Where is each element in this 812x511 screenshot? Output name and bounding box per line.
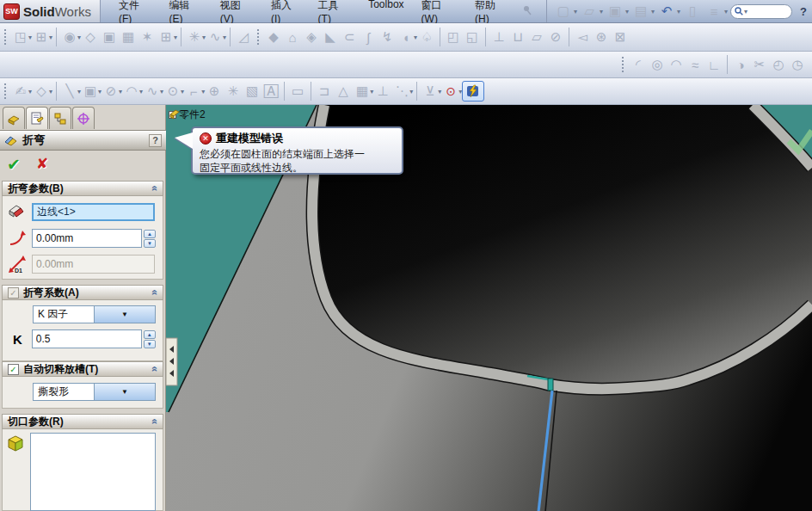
- jog-icon[interactable]: ∫: [359, 28, 378, 46]
- hem-icon[interactable]: ⊂: [340, 28, 359, 46]
- miter-flange-icon[interactable]: ◈: [302, 28, 321, 46]
- collapse-chevron-icon[interactable]: »: [149, 366, 161, 372]
- tab-configuration-manager[interactable]: [49, 107, 71, 129]
- fillet-icon[interactable]: ⌐: [184, 82, 203, 101]
- tab-property-manager[interactable]: [26, 107, 48, 129]
- fold-icon[interactable]: ◰: [444, 28, 463, 46]
- spin-up-icon[interactable]: ▲: [144, 230, 156, 238]
- circle-icon[interactable]: ⊘: [102, 82, 120, 101]
- dropdown-arrow-icon[interactable]: ▼: [94, 384, 155, 400]
- bend-angle-input[interactable]: [32, 229, 142, 248]
- feature-tree-root[interactable]: + 零件2: [169, 108, 206, 122]
- print-icon[interactable]: ▤: [631, 2, 650, 21]
- panel-splitter-handle[interactable]: [166, 338, 177, 385]
- move-entities-icon[interactable]: ✂: [750, 55, 769, 74]
- edge-flange-icon[interactable]: ⌂: [283, 28, 302, 46]
- sketched-bend-icon[interactable]: ◣: [321, 28, 340, 46]
- offset-entities-icon[interactable]: ◎: [648, 55, 667, 74]
- rotate-entities-icon[interactable]: ◴: [769, 55, 788, 74]
- section-header-bend-allowance[interactable]: ✓ 折弯系数(A) »: [2, 285, 163, 300]
- active-sketch-tool-icon[interactable]: [462, 81, 484, 102]
- smart-dimension-icon[interactable]: ◇: [32, 82, 51, 101]
- toolbar-grip[interactable]: [3, 28, 8, 46]
- undo-icon[interactable]: ↶: [657, 2, 676, 21]
- instant3d-icon[interactable]: ◿: [234, 28, 253, 46]
- rectangle-icon[interactable]: ▣: [81, 82, 100, 101]
- convert-to-sheetmetal-icon[interactable]: ◅: [573, 28, 592, 46]
- polygon-icon[interactable]: ⊕: [205, 82, 224, 101]
- open-document-icon[interactable]: ▱: [580, 2, 599, 21]
- search-options-caret[interactable]: ▾: [744, 8, 747, 15]
- relief-type-dropdown[interactable]: 撕裂形 ▼: [33, 383, 156, 401]
- help-icon[interactable]: ?: [800, 5, 807, 18]
- collapse-chevron-icon[interactable]: »: [149, 290, 161, 296]
- rip-icon[interactable]: ↯: [378, 28, 397, 46]
- warning-icon[interactable]: △: [334, 82, 353, 101]
- rapid-sketch-icon[interactable]: ⊻: [421, 82, 440, 101]
- reference-curve-icon[interactable]: ✳: [185, 28, 204, 46]
- spline-icon[interactable]: ∿: [143, 82, 162, 101]
- swept-boss-icon[interactable]: ◇: [81, 28, 100, 46]
- cancel-button[interactable]: ✘: [36, 155, 48, 175]
- normal-cut-icon[interactable]: ⊘: [546, 28, 565, 46]
- section-header-auto-relief[interactable]: ✓ 自动切释放槽(T) »: [2, 361, 163, 377]
- save-icon[interactable]: ▣: [606, 2, 624, 21]
- record-icon[interactable]: ⊙: [441, 82, 460, 101]
- base-flange-icon[interactable]: ◆: [264, 28, 283, 46]
- mirror-entities-icon[interactable]: ◑: [731, 55, 750, 74]
- cross-break-icon[interactable]: ⊠: [611, 28, 630, 46]
- select-icon[interactable]: ▯: [683, 2, 702, 21]
- rip-edges-listbox[interactable]: [30, 433, 156, 511]
- toolbar-grip[interactable]: [621, 56, 625, 73]
- convert-icon[interactable]: ⊐: [315, 82, 334, 101]
- k-factor-input[interactable]: [32, 329, 142, 348]
- toolbar-grip[interactable]: [256, 28, 261, 46]
- flatten-icon[interactable]: ⊥: [489, 28, 508, 46]
- snap-icon[interactable]: ⋱: [392, 82, 411, 101]
- hole-wizard-icon[interactable]: ✶: [138, 28, 157, 46]
- insert-bends-icon[interactable]: ▱: [527, 28, 546, 46]
- lofted-boss-icon[interactable]: ▣: [100, 28, 119, 46]
- pushpin-icon[interactable]: [522, 5, 532, 18]
- perpendicular-icon[interactable]: ⊥: [373, 82, 392, 101]
- linear-pattern-icon[interactable]: ⊞: [157, 28, 175, 46]
- new-document-icon[interactable]: ▢: [554, 2, 573, 21]
- sketch-icon[interactable]: ✍: [11, 82, 30, 101]
- search-input[interactable]: ▾: [730, 4, 792, 19]
- options-icon[interactable]: ≡: [704, 2, 723, 21]
- select-entities-icon[interactable]: ▧: [243, 82, 261, 101]
- grid-pattern-icon[interactable]: ▦: [353, 82, 372, 101]
- vent-icon[interactable]: ♤: [417, 28, 436, 46]
- bend-allowance-type-dropdown[interactable]: K 因子 ▼: [33, 305, 156, 323]
- trim-entities-icon[interactable]: ≈: [686, 55, 704, 74]
- arc-icon[interactable]: ◠: [122, 82, 141, 101]
- graphics-viewport[interactable]: + 零件2 ✕ 重建模型错误 您必须在圆柱面的结束端面上选择一 固定平面或线性边…: [166, 105, 812, 511]
- ok-button[interactable]: ✔: [7, 155, 21, 175]
- spin-down-icon[interactable]: ▼: [144, 239, 156, 248]
- closed-corner-icon[interactable]: ◖: [397, 28, 415, 46]
- text-icon[interactable]: 🄰: [261, 82, 280, 101]
- auto-relief-checkbox[interactable]: ✓: [8, 364, 19, 375]
- tab-feature-manager[interactable]: [3, 107, 25, 129]
- point-icon[interactable]: ✳: [224, 82, 243, 101]
- line-icon[interactable]: ╲: [60, 82, 79, 101]
- section-header-bend-parameters[interactable]: 折弯参数(B) »: [2, 181, 163, 196]
- extruded-boss-icon[interactable]: ◳: [11, 28, 30, 46]
- sheetmetal-gusset-icon[interactable]: ⊛: [592, 28, 611, 46]
- boundary-boss-icon[interactable]: ▦: [119, 28, 138, 46]
- sketch-fillet-icon[interactable]: ◜: [629, 55, 648, 74]
- collapse-chevron-icon[interactable]: »: [149, 186, 161, 192]
- unfold-icon[interactable]: ◱: [463, 28, 482, 46]
- section-header-rip-parameters[interactable]: 切口参数(R) »: [2, 414, 163, 429]
- no-bends-icon[interactable]: ⊔: [508, 28, 527, 46]
- edge-selection-input[interactable]: [32, 203, 155, 221]
- ellipse-icon[interactable]: ⊙: [163, 82, 182, 101]
- collapse-chevron-icon[interactable]: »: [149, 419, 161, 425]
- dropdown-arrow-icon[interactable]: ▼: [94, 306, 155, 323]
- spin-down-icon[interactable]: ▼: [144, 340, 156, 348]
- spin-up-icon[interactable]: ▲: [144, 330, 156, 339]
- revolve-icon[interactable]: ◉: [60, 28, 79, 46]
- tab-dimxpert-manager[interactable]: [72, 107, 95, 129]
- convert-entities-icon[interactable]: ◠: [667, 55, 686, 74]
- scale-entities-icon[interactable]: ◷: [788, 55, 807, 74]
